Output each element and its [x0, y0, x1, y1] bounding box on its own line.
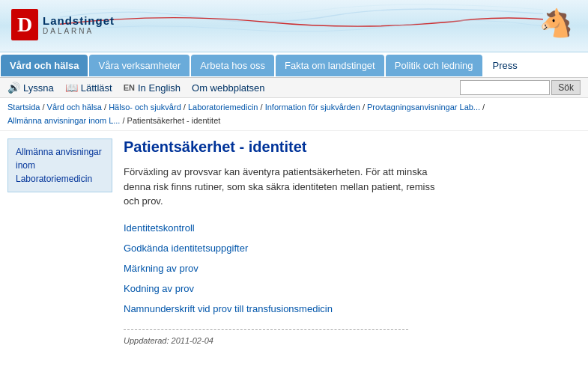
link-group-1: Identitetskontroll Godkända identitetsup… — [124, 222, 581, 254]
sidebar-link[interactable]: Allmänna anvisningar inom Laboratoriemed… — [16, 147, 102, 184]
search-area: Sök — [460, 80, 581, 95]
english-button[interactable]: EN In English — [124, 82, 181, 94]
link-identitetskontroll[interactable]: Identitetskontroll — [124, 222, 581, 234]
link-godkanda[interactable]: Godkända identitetsuppgifter — [124, 243, 581, 254]
page-title: Patientsäkerhet - identitet — [124, 138, 581, 156]
content-divider — [124, 329, 408, 330]
nav-item-politik[interactable]: Politik och ledning — [386, 55, 482, 76]
easy-read-icon: 📖 — [65, 82, 78, 94]
intro-paragraph: Förväxling av provsvar kan äventyra pati… — [124, 165, 453, 209]
logo-d-icon: D — [11, 9, 38, 40]
sidebar-nav-item[interactable]: Allmänna anvisningar inom Laboratoriemed… — [7, 138, 112, 192]
search-input[interactable] — [460, 80, 550, 95]
main-layout: Allmänna anvisningar inom Laboratoriemed… — [0, 131, 588, 353]
link-markning[interactable]: Märkning av prov — [124, 263, 581, 274]
breadcrumb: Startsida / Vård och hälsa / Hälso- och … — [0, 98, 588, 131]
breadcrumb-lab[interactable]: Laboratoriemedicin — [188, 103, 258, 112]
english-icon: EN — [124, 83, 135, 92]
nav-item-arbeta[interactable]: Arbeta hos oss — [191, 55, 274, 76]
breadcrumb-current: Patientsäkerhet - identitet — [127, 116, 221, 125]
breadcrumb-vard[interactable]: Vård och hälsa — [47, 103, 102, 112]
nav-item-press[interactable]: Press — [484, 55, 527, 76]
website-label: Om webbplatsen — [192, 82, 265, 94]
nav-item-vard[interactable]: Vård och hälsa — [1, 55, 88, 76]
nav-item-verksamheter[interactable]: Våra verksamheter — [89, 55, 190, 76]
nav-item-fakta[interactable]: Fakta om landstinget — [276, 55, 384, 76]
main-content: Patientsäkerhet - identitet Förväxling a… — [124, 138, 581, 345]
link-namnunderskrift[interactable]: Namnunderskrift vid prov till transfusio… — [124, 303, 581, 314]
listen-button[interactable]: 🔊 Lyssna — [7, 82, 54, 94]
breadcrumb-startsida[interactable]: Startsida — [7, 103, 40, 112]
listen-icon: 🔊 — [7, 82, 20, 94]
breadcrumb-allm[interactable]: Allmänna anvisningar inom L... — [7, 116, 120, 125]
breadcrumb-info[interactable]: Information för sjukvården — [265, 103, 360, 112]
breadcrumb-prov[interactable]: Provtagningsanvisningar Lab... — [367, 103, 480, 112]
website-button[interactable]: Om webbplatsen — [192, 82, 265, 94]
toolbar: 🔊 Lyssna 📖 Lättläst EN In English Om web… — [0, 78, 588, 98]
logo-text: Landstinget DALARNA — [43, 14, 115, 35]
search-button[interactable]: Sök — [551, 80, 581, 95]
easy-read-label: Lättläst — [81, 82, 112, 94]
link-kodning[interactable]: Kodning av prov — [124, 283, 581, 294]
logo[interactable]: D Landstinget DALARNA — [11, 9, 115, 40]
sidebar: Allmänna anvisningar inom Laboratoriemed… — [7, 138, 112, 345]
site-header: D Landstinget DALARNA 🐴 — [0, 0, 588, 52]
updated-date: Uppdaterad: 2011-02-04 — [124, 336, 581, 345]
dalarna-horse-icon: 🐴 — [539, 7, 573, 39]
main-nav: Vård och hälsa Våra verksamheter Arbeta … — [0, 52, 588, 78]
english-label: In English — [138, 82, 181, 94]
link-group-2: Märkning av prov Kodning av prov Namnund… — [124, 263, 581, 314]
easy-read-button[interactable]: 📖 Lättläst — [65, 82, 112, 94]
listen-label: Lyssna — [23, 82, 54, 94]
breadcrumb-halso[interactable]: Hälso- och sjukvård — [109, 103, 181, 112]
